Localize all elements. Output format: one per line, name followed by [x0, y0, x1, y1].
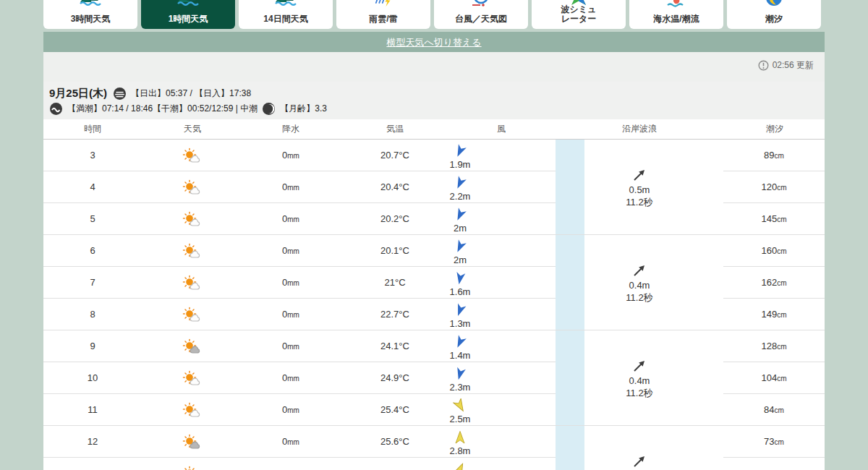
table-header: 時間 天気 降水 気温 風 沿岸波浪 潮汐 [43, 119, 825, 140]
wind-speed-label: 1.4m [431, 350, 489, 361]
sun-small-cloud-icon [182, 148, 203, 163]
tide-cell: 128cm [723, 330, 825, 362]
tide-cell: 160cm [723, 235, 825, 267]
tab-3[interactable]: 14日間天気 [239, 0, 333, 29]
wind-speed-label: 2.3m [431, 382, 489, 393]
tide-wave-icon [49, 102, 63, 116]
sunrise-sunset-label: 【日出】05:37 / 【日入】17:38 [131, 87, 251, 100]
wave-direction-icon [631, 262, 648, 279]
col-precip: 降水 [282, 119, 299, 139]
horizontal-weather-link[interactable]: 横型天気へ切り替える [386, 37, 481, 48]
precip-cell: 0mm [243, 362, 339, 393]
wind-speed-label: 2.5m [431, 414, 489, 424]
weather-cell [142, 330, 243, 362]
tide-col: 89cm120cm145cm160cm162cm149cm128cm104cm8… [723, 140, 825, 470]
tab-1[interactable]: 3時間天気 [43, 0, 137, 29]
wave-direction-icon [631, 453, 648, 470]
wind-direction-icon [453, 430, 467, 445]
precip-cell: 0mm [243, 394, 339, 425]
layout-switch-banner: 横型天気へ切り替える [43, 32, 825, 52]
wind-direction-icon [453, 303, 467, 317]
hour-cell: 11 [43, 394, 142, 425]
table-row: 40mm20.4°C2.2m [43, 171, 556, 203]
weather-cell [142, 171, 243, 202]
wave-direction-icon [631, 166, 648, 184]
tab-label: 海水温/潮流 [629, 14, 723, 24]
table-row: 80mm22.7°C1.3m [43, 299, 556, 330]
wind-direction-icon [453, 367, 467, 381]
wind-cell: 1.9m [431, 140, 489, 171]
hour-cell: 13 [43, 458, 142, 470]
col-weather: 天気 [184, 119, 201, 139]
tide-cell: 145cm [723, 203, 825, 235]
hour-cell: 10 [43, 362, 142, 393]
tab-label: 雨雲/雷 [336, 14, 430, 24]
table-row: 130mm26°C [43, 458, 556, 470]
raincloud-icon [373, 0, 394, 7]
tab-5[interactable]: 台風／天気図 [434, 0, 528, 29]
tide-cell: 84cm [723, 394, 825, 426]
sun-small-cloud-icon [182, 402, 203, 418]
tab-8[interactable]: 潮汐 [727, 0, 821, 29]
tide-cell: 120cm [723, 171, 825, 203]
coastal-wave-cell: 0.4m11.2秒 [556, 330, 723, 426]
wind-cell: 2.5m [431, 394, 489, 425]
precip-cell: 0mm [243, 299, 339, 330]
tide-cell: 149cm [723, 299, 825, 330]
wave-direction-icon [631, 357, 648, 375]
wind-cell: 2.2m [431, 171, 489, 202]
wind-cell: 1.4m [431, 330, 489, 362]
col-temp: 気温 [386, 119, 404, 139]
weather-cell [142, 299, 243, 330]
tab-2[interactable]: 1時間天気 [141, 0, 235, 29]
wave-period-label: 11.2秒 [626, 196, 652, 208]
wave-height-label: 0.4m [629, 279, 650, 291]
wind-cell: 1.6m [431, 267, 489, 298]
info-icon [758, 60, 769, 71]
wind-cell: 2m [431, 235, 489, 266]
hour-cell: 7 [43, 267, 142, 298]
sunrise-icon [113, 87, 127, 101]
wind-direction-icon [453, 462, 467, 470]
hour-cell: 4 [43, 171, 142, 202]
wind-cell: 2.8m [431, 426, 489, 457]
wind-speed-label: 1.9m [431, 159, 489, 170]
table-row: 50mm20.2°C2m [43, 203, 556, 235]
weather-cell [142, 458, 243, 470]
hour-cell: 9 [43, 330, 142, 362]
wind-speed-label: 2.8m [431, 445, 489, 456]
wind-speed-label: 2.2m [431, 191, 489, 202]
col-tide: 潮汐 [766, 119, 783, 139]
hour-cell: 3 [43, 140, 142, 171]
wind-direction-icon [453, 398, 467, 413]
precip-cell: 0mm [243, 330, 339, 362]
tide-icon [763, 0, 785, 7]
wave-height-label: 0.4m [629, 375, 650, 387]
sun-small-cloud-icon [182, 307, 203, 322]
tab-6[interactable]: 波シミュレーター [532, 0, 626, 29]
precip-cell: 0mm [243, 235, 339, 266]
table-row: 70mm21°C1.6m [43, 267, 556, 299]
table-row: 110mm25.4°C2.5m [43, 394, 556, 426]
tab-7[interactable]: 海水温/潮流 [629, 0, 723, 29]
tab-4[interactable]: 雨雲/雷 [336, 0, 430, 29]
wind-direction-icon [453, 144, 467, 158]
wind-direction-icon [453, 239, 467, 254]
col-coastal-wave: 沿岸波浪 [622, 119, 657, 139]
update-time: 02:56 更新 [758, 59, 814, 72]
wind-speed-label: 1.3m [431, 318, 489, 329]
tab-label: 1時間天気 [141, 14, 235, 24]
update-time-label: 02:56 更新 [773, 59, 814, 72]
sun-small-cloud-icon [182, 211, 203, 227]
wind-cell [431, 458, 489, 470]
weather-cell [142, 362, 243, 393]
wave-period-label: 11.2秒 [626, 291, 652, 304]
scene-icon [177, 0, 199, 7]
coastal-wave-cell: 0.5m11.2秒 [556, 140, 723, 235]
wind-direction-icon [453, 271, 467, 286]
date-label: 9月25日(木) [49, 87, 107, 101]
wave-height-label: 0.5m [629, 184, 650, 196]
wind-direction-icon [453, 176, 467, 190]
weather-nav-tabs: 3時間天気1時間天気14日間天気雨雲/雷台風／天気図波シミュレーター海水温/潮流… [43, 0, 825, 29]
precip-cell: 0mm [243, 140, 339, 171]
